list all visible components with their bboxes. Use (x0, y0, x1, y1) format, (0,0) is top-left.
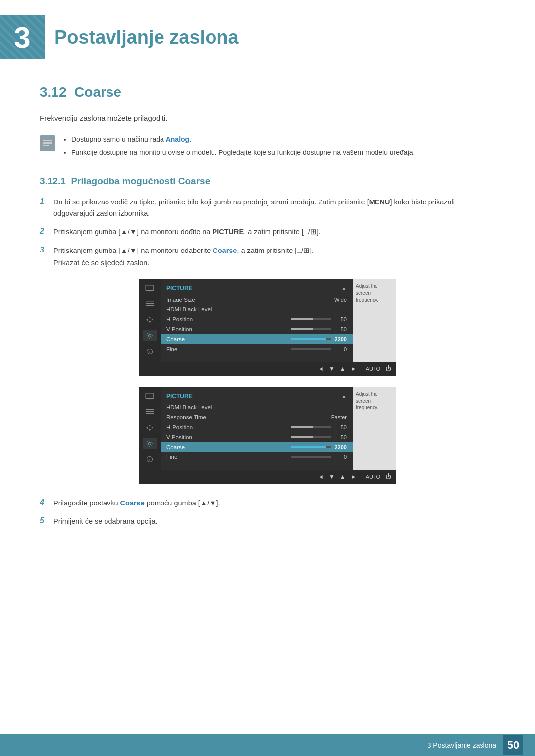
monitor-screenshot-2: i PICTURE ▲ HDMI Black Level (139, 387, 396, 484)
page-number: 50 (503, 735, 523, 755)
svg-marker-20 (149, 425, 151, 426)
svg-rect-3 (146, 285, 154, 291)
display-icon-2 (143, 391, 157, 402)
intro-text: Frekvenciju zaslona možete prilagoditi. (40, 112, 495, 124)
page-footer: 3 Postavljanje zaslona 50 (0, 734, 535, 756)
main-content: 3.12 Coarse Frekvenciju zaslona možete p… (0, 84, 535, 574)
lines-icon-2 (143, 406, 157, 417)
footer-text: 3 Postavljanje zaslona (428, 741, 496, 749)
svg-rect-16 (148, 398, 151, 399)
svg-rect-4 (148, 290, 151, 291)
menu-item-hdmi-black: HDMI Black Level (160, 304, 353, 314)
monitor-right-panel-2: Adjust the screen frequency. (353, 387, 396, 470)
monitor-menu-2: PICTURE ▲ HDMI Black Level Response Time… (160, 387, 353, 470)
svg-rect-5 (146, 301, 154, 302)
svg-rect-15 (146, 393, 154, 399)
lines-icon (143, 299, 157, 309)
chapter-number: 3 (14, 20, 30, 54)
step-5-text: Primijenit će se odabrana opcija. (54, 516, 495, 527)
step-5: 5 Primijenit će se odabrana opcija. (40, 516, 495, 527)
monitor-bottom-2: ◄ ▼ ▲ ► AUTO ⏻ (139, 470, 396, 484)
chapter-title: Postavljanje zaslona (54, 27, 239, 48)
svg-rect-18 (146, 411, 154, 412)
svg-text:i: i (149, 350, 150, 354)
svg-point-24 (149, 442, 151, 445)
settings-icon (143, 330, 157, 341)
svg-rect-1 (43, 142, 52, 144)
note-item-1: Dostupno samo u načinu rada Analog. (71, 134, 415, 145)
svg-text:i: i (149, 457, 150, 462)
settings-icon-2 (143, 438, 157, 449)
svg-marker-9 (149, 321, 151, 323)
menu-item-coarse-2: Coarse 2200 (160, 442, 353, 452)
menu-header-1: PICTURE ▲ (160, 283, 353, 295)
monitor-sidebar-2: i (139, 387, 160, 470)
menu-item-coarse-1: Coarse 2200 (160, 334, 353, 344)
screenshots-container: i PICTURE ▲ Image Size Wide (40, 279, 495, 484)
chapter-number-box: 3 (0, 15, 45, 59)
step-3: 3 Pritiskanjem gumba [▲/▼] na monitoru o… (40, 245, 495, 267)
menu-item-response: Response Time Faster (160, 412, 353, 422)
info-icon: i (143, 346, 157, 357)
svg-marker-10 (146, 318, 148, 321)
move-icon (143, 314, 157, 325)
monitor-screenshot-1: i PICTURE ▲ Image Size Wide (139, 279, 396, 376)
menu-item-vpos: V-Position 50 (160, 324, 353, 334)
svg-marker-21 (149, 429, 151, 431)
step-1: 1 Da bi se prikazao vodič za tipke, prit… (40, 197, 495, 219)
menu-item-vpos-2: V-Position 50 (160, 432, 353, 442)
monitor-right-panel-1: Adjust the screen frequency. (353, 279, 396, 362)
chapter-header: 3 Postavljanje zaslona (0, 0, 535, 69)
menu-item-hpos-2: H-Position 50 (160, 422, 353, 432)
info-icon-2: i (143, 454, 157, 465)
note-item-2: Funkcije dostupne na monitoru ovise o mo… (71, 148, 415, 158)
step-2: 2 Pritiskanjem gumba [▲/▼] na monitoru d… (40, 226, 495, 238)
monitor-menu-1: PICTURE ▲ Image Size Wide HDMI Black Lev… (160, 279, 353, 362)
svg-marker-22 (146, 426, 148, 429)
svg-marker-8 (149, 317, 151, 318)
subsection-heading: 3.12.1 Prilagodba mogućnosti Coarse (40, 176, 495, 187)
svg-marker-23 (152, 426, 153, 429)
svg-point-12 (149, 334, 151, 337)
move-icon-2 (143, 422, 157, 433)
section-heading: 3.12 Coarse (40, 84, 495, 100)
note-icon (40, 135, 55, 151)
menu-item-fine-2: Fine 0 (160, 452, 353, 462)
svg-rect-0 (43, 140, 52, 141)
menu-item-hdmi-black-2: HDMI Black Level (160, 403, 353, 412)
section-heading-area: 3.12 Coarse (40, 84, 495, 100)
note-box: Dostupno samo u načinu rada Analog. Funk… (40, 134, 495, 161)
svg-rect-19 (146, 413, 154, 414)
note-list: Dostupno samo u načinu rada Analog. Funk… (62, 134, 415, 161)
step-3-sub: Prikazat će se sljedeći zaslon. (54, 259, 495, 267)
svg-rect-7 (146, 305, 154, 306)
svg-rect-2 (43, 145, 49, 146)
svg-marker-11 (152, 318, 153, 321)
step-4: 4 Prilagodite postavku Coarse pomoću gum… (40, 498, 495, 509)
svg-rect-6 (146, 303, 154, 304)
menu-item-image-size: Image Size Wide (160, 295, 353, 304)
monitor-bottom-1: ◄ ▼ ▲ ► AUTO ⏻ (139, 362, 396, 376)
menu-item-fine-1: Fine 0 (160, 344, 353, 354)
menu-item-hpos: H-Position 50 (160, 314, 353, 324)
monitor-sidebar-1: i (139, 279, 160, 362)
menu-header-2: PICTURE ▲ (160, 391, 353, 403)
display-icon (143, 283, 157, 294)
svg-rect-17 (146, 409, 154, 410)
